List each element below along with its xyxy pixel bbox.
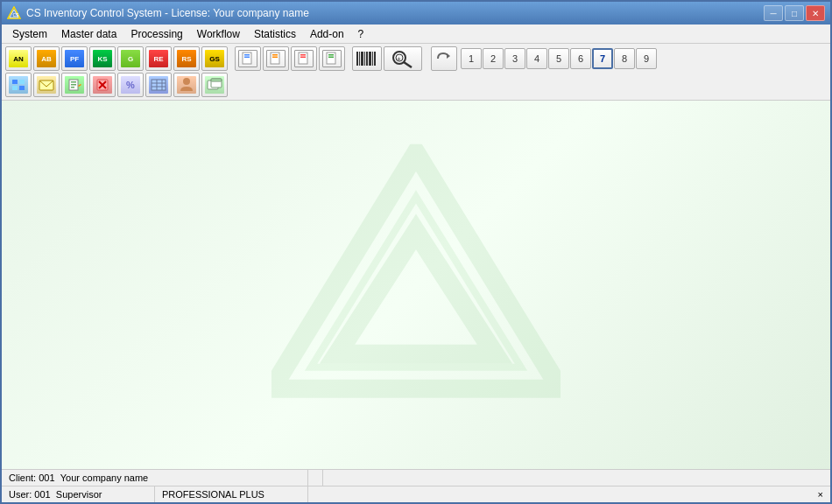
main-content <box>2 101 830 469</box>
menu-statistics[interactable]: Statistics <box>247 26 303 42</box>
svg-rect-28 <box>12 80 18 84</box>
status-extra-2 <box>323 470 830 486</box>
svg-point-45 <box>183 78 190 85</box>
client-number: 001 <box>39 472 54 483</box>
svg-rect-31 <box>19 86 25 90</box>
toolbar-separator-3 <box>424 46 429 71</box>
toolbar-window-button[interactable] <box>201 73 228 97</box>
grid-icon <box>11 79 25 91</box>
toolbar-refresh-button[interactable] <box>431 46 457 71</box>
toolbar-percent-button[interactable]: % <box>117 73 144 97</box>
title-bar-text: CS Inventory Control System - License: Y… <box>26 7 309 19</box>
toolbar-rs-button[interactable]: RS <box>173 46 200 71</box>
svg-rect-35 <box>71 84 76 86</box>
menu-system[interactable]: System <box>5 26 54 42</box>
status-extra-1 <box>308 470 323 486</box>
toolbar-grid-button[interactable] <box>5 73 32 97</box>
svg-rect-40 <box>152 80 166 90</box>
page-btn-2[interactable]: 2 <box>483 48 504 69</box>
toolbar-doc4-button[interactable] <box>319 46 345 71</box>
page-btn-3[interactable]: 3 <box>504 48 525 69</box>
doc1-icon <box>241 52 255 66</box>
toolbar-row-1: AN AB PF KS G RE RS GS <box>5 46 827 71</box>
svg-text:CS: CS <box>13 12 20 18</box>
toolbar-area: AN AB PF KS G RE RS GS <box>2 44 830 101</box>
svg-rect-11 <box>300 57 306 59</box>
logo-svg <box>271 144 561 397</box>
svg-rect-22 <box>374 52 376 66</box>
close-button[interactable]: ✕ <box>806 5 825 21</box>
page-btn-4[interactable]: 4 <box>526 48 547 69</box>
menu-workflow[interactable]: Workflow <box>190 26 247 42</box>
toolbar-doc1-button[interactable] <box>235 46 261 71</box>
svg-rect-4 <box>244 54 250 56</box>
status-user: User: 001 Supervisor <box>2 486 155 502</box>
menu-processing[interactable]: Processing <box>123 26 189 42</box>
svg-rect-29 <box>19 80 25 84</box>
toolbar-barcode-button[interactable] <box>352 46 382 71</box>
toolbar-row-2: % <box>5 73 827 97</box>
user-number: 001 <box>34 489 50 500</box>
menu-help[interactable]: ? <box>351 26 371 42</box>
status-client: Client: 001 Your company name <box>2 470 308 486</box>
title-bar-left: CS CS Inventory Control System - License… <box>7 6 309 20</box>
toolbar-edit-button[interactable] <box>61 73 88 97</box>
user-name: Supervisor <box>56 489 102 500</box>
page-btn-5[interactable]: 5 <box>548 48 569 69</box>
minimize-button[interactable]: ─ <box>764 5 783 21</box>
toolbar-redx-button[interactable] <box>89 73 116 97</box>
app-icon: CS <box>7 6 21 20</box>
toolbar-ab-button[interactable]: AB <box>33 46 60 71</box>
svg-rect-19 <box>366 52 368 66</box>
window-icon <box>207 78 222 92</box>
doc4-icon <box>325 52 339 66</box>
svg-rect-30 <box>12 86 18 90</box>
page-buttons: 1 2 3 4 5 6 7 8 9 <box>461 48 657 69</box>
doc2-icon <box>269 52 283 66</box>
menu-masterdata[interactable]: Master data <box>54 26 123 42</box>
page-btn-9[interactable]: 9 <box>636 48 657 69</box>
status-icon: × <box>818 489 823 500</box>
page-btn-6[interactable]: 6 <box>570 48 591 69</box>
toolbar-user-button[interactable] <box>173 73 200 97</box>
table-icon <box>151 79 166 91</box>
page-btn-1[interactable]: 1 <box>461 48 482 69</box>
toolbar-ks-button[interactable]: KS <box>89 46 116 71</box>
toolbar-table-button[interactable] <box>145 73 172 97</box>
status-row-2: User: 001 Supervisor PROFESSIONAL PLUS × <box>2 486 830 502</box>
logo-watermark <box>271 144 561 400</box>
svg-rect-34 <box>71 81 76 83</box>
svg-rect-12 <box>327 52 335 64</box>
svg-rect-48 <box>211 79 222 81</box>
svg-rect-5 <box>244 57 250 59</box>
svg-rect-21 <box>372 52 373 66</box>
svg-rect-9 <box>299 52 307 64</box>
toolbar-pf-button[interactable]: PF <box>61 46 88 71</box>
toolbar-doc3-button[interactable] <box>291 46 317 71</box>
menu-addon[interactable]: Add-on <box>303 26 351 42</box>
svg-rect-16 <box>359 52 360 66</box>
client-label: Client: <box>9 472 36 483</box>
svg-rect-17 <box>361 52 363 66</box>
title-bar-controls: ─ □ ✕ <box>764 5 825 21</box>
svg-rect-6 <box>271 52 279 64</box>
page-btn-7[interactable]: 7 <box>592 48 613 69</box>
doc3-icon <box>297 52 311 66</box>
maximize-button[interactable]: □ <box>785 5 804 21</box>
status-bar: Client: 001 Your company name User: 001 … <box>2 469 830 502</box>
user-icon <box>179 77 194 93</box>
toolbar-search-button[interactable]: + <box>384 46 422 71</box>
toolbar-re-button[interactable]: RE <box>145 46 172 71</box>
menu-bar: System Master data Processing Workflow S… <box>2 24 830 44</box>
toolbar-gs-button[interactable]: GS <box>201 46 228 71</box>
main-window: CS CS Inventory Control System - License… <box>0 0 832 504</box>
toolbar-doc2-button[interactable] <box>263 46 289 71</box>
page-btn-8[interactable]: 8 <box>614 48 635 69</box>
toolbar-g1-button[interactable]: G <box>117 46 144 71</box>
edition-label: PROFESSIONAL PLUS <box>162 489 264 500</box>
toolbar-an-button[interactable]: AN <box>5 46 32 71</box>
svg-rect-13 <box>328 54 334 56</box>
refresh-icon <box>434 50 454 67</box>
svg-rect-18 <box>364 52 365 66</box>
toolbar-mail-button[interactable] <box>33 73 60 97</box>
